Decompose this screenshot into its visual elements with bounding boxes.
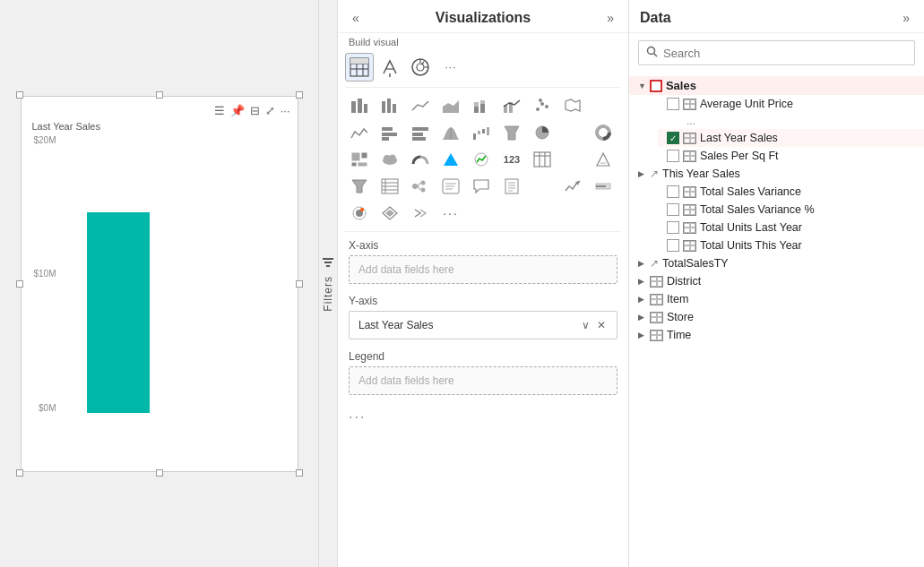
handle-bottom-middle[interactable] xyxy=(156,469,163,477)
y-axis-section: Y-axis Last Year Sales ∨ ✕ xyxy=(338,289,628,345)
viz-icon-sparkline[interactable] xyxy=(345,120,374,145)
viz-icon-chevrons[interactable] xyxy=(406,201,435,226)
viz-icon-paginated[interactable] xyxy=(497,174,526,199)
viz-icon-stacked[interactable] xyxy=(467,93,496,118)
viz-icon-filter2[interactable] xyxy=(345,174,374,199)
avg-unit-price-item[interactable]: Average Unit Price xyxy=(658,95,924,113)
handle-top-right[interactable] xyxy=(296,91,303,99)
viz-icon-ribbon[interactable] xyxy=(436,120,465,145)
viz-icon-area[interactable] xyxy=(436,93,465,118)
viz-icon-map[interactable] xyxy=(558,93,587,118)
viz-icon-speech[interactable] xyxy=(467,174,496,199)
viz-icon-bar2[interactable] xyxy=(376,120,404,145)
handle-middle-right[interactable] xyxy=(296,280,303,288)
viz-icon-bar3[interactable] xyxy=(406,120,435,145)
expand-icon[interactable]: ⤢ xyxy=(265,104,275,117)
sales-per-sq-ft-item[interactable]: Sales Per Sq Ft xyxy=(658,147,924,165)
viz-icon-kpi[interactable] xyxy=(467,147,496,172)
viz-icon-smartnarr[interactable] xyxy=(436,174,465,199)
total-sales-ty-label: TotalSalesTY xyxy=(662,257,729,270)
viz-icon-matrix[interactable] xyxy=(376,174,404,199)
viz-icon-scatter[interactable] xyxy=(528,93,557,118)
total-sales-ty-expand: ▶ xyxy=(638,259,644,268)
total-sales-variance-checkbox[interactable] xyxy=(667,185,679,198)
viz-icon-arrow[interactable] xyxy=(436,147,465,172)
data-expand-btn[interactable]: » xyxy=(899,9,913,27)
total-sales-variance-item[interactable]: Total Sales Variance xyxy=(658,183,924,201)
viz-type-table[interactable] xyxy=(345,53,374,82)
store-header[interactable]: ▶ Store xyxy=(629,308,924,326)
viz-icon-funnel[interactable] xyxy=(497,120,526,145)
total-units-this-year-item[interactable]: Total Units This Year xyxy=(658,236,924,254)
svg-rect-24 xyxy=(474,102,479,107)
viz-icon-goals[interactable] xyxy=(558,174,587,199)
viz-icon-line[interactable] xyxy=(406,93,435,118)
sales-section-header[interactable]: ▼ Sales xyxy=(629,76,924,95)
this-year-sales-label: This Year Sales xyxy=(662,168,740,180)
district-header[interactable]: ▶ District xyxy=(629,272,924,290)
legend-placeholder: Add data fields here xyxy=(358,374,454,387)
filters-strip[interactable]: Filters xyxy=(318,0,338,567)
handle-middle-left[interactable] xyxy=(16,280,23,288)
total-sales-variance-pct-checkbox[interactable] xyxy=(667,203,679,216)
total-units-last-year-item[interactable]: Total Units Last Year xyxy=(658,219,924,236)
filter-icon[interactable]: ⊟ xyxy=(250,104,260,117)
district-label: District xyxy=(667,275,701,288)
viz-expand-btn[interactable]: » xyxy=(603,9,617,27)
pin-icon[interactable]: 📌 xyxy=(230,104,245,117)
more-fields-dots[interactable]: ... xyxy=(338,400,628,427)
table-icon-item xyxy=(650,294,663,305)
viz-icon-more-visuals[interactable]: ··· xyxy=(436,201,465,226)
y-axis-expand-btn[interactable]: ∨ xyxy=(580,319,592,331)
viz-icon-combo[interactable] xyxy=(497,93,526,118)
y-axis-drop-zone[interactable]: Last Year Sales ∨ ✕ xyxy=(349,311,617,339)
viz-icon-column[interactable] xyxy=(376,93,404,118)
sales-checkbox[interactable] xyxy=(650,80,662,92)
x-axis-drop-zone[interactable]: Add data fields here xyxy=(349,255,617,284)
sales-per-sq-ft-checkbox[interactable] xyxy=(667,150,679,162)
viz-icon-table2[interactable] xyxy=(528,147,557,172)
viz-icon-waterfall[interactable] xyxy=(467,120,496,145)
menu-icon[interactable]: ☰ xyxy=(214,104,225,117)
total-sales-variance-label: Total Sales Variance xyxy=(700,185,801,198)
handle-top-middle[interactable] xyxy=(156,91,163,99)
viz-icon-bullet[interactable] xyxy=(589,174,617,199)
time-header[interactable]: ▶ Time xyxy=(629,326,924,344)
viz-icon-pie[interactable] xyxy=(528,120,557,145)
viz-icon-bar[interactable] xyxy=(345,93,374,118)
this-year-sales-header[interactable]: ▶ ↗ This Year Sales xyxy=(629,165,924,183)
handle-top-left[interactable] xyxy=(16,91,23,99)
viz-icon-donut[interactable] xyxy=(589,120,617,145)
total-units-last-year-checkbox[interactable] xyxy=(667,221,679,234)
handle-bottom-right[interactable] xyxy=(296,469,303,477)
viz-icon-treemap[interactable] xyxy=(345,147,374,172)
viz-icon-gauge[interactable] xyxy=(406,147,435,172)
viz-type-format[interactable] xyxy=(376,53,404,82)
viz-icon-variance[interactable] xyxy=(589,147,617,172)
search-input[interactable] xyxy=(663,47,907,60)
viz-icon-number[interactable]: 123 xyxy=(497,147,526,172)
viz-icon-arcgis[interactable] xyxy=(345,201,374,226)
more-icon[interactable]: ··· xyxy=(281,104,290,117)
viz-collapse-btn[interactable]: « xyxy=(349,9,363,27)
total-units-this-year-checkbox[interactable] xyxy=(667,239,679,252)
last-year-sales-checkbox[interactable]: ✓ xyxy=(667,132,679,144)
avg-unit-price-checkbox[interactable] xyxy=(667,98,679,110)
viz-icon-cloud[interactable] xyxy=(376,147,404,172)
viz-icon-diamond[interactable] xyxy=(376,201,404,226)
handle-bottom-left[interactable] xyxy=(16,469,23,477)
viz-type-analytics[interactable] xyxy=(406,53,435,82)
total-sales-ty-header[interactable]: ▶ ↗ TotalSalesTY xyxy=(629,254,924,272)
item-expand: ▶ xyxy=(638,295,644,304)
viz-icon-decomp[interactable] xyxy=(406,174,435,199)
data-panel: Data » ▼ Sales Average Unit Price xyxy=(629,0,924,567)
table-icon-tsvp xyxy=(683,204,696,216)
item-header[interactable]: ▶ Item xyxy=(629,290,924,308)
viz-icon-blank7 xyxy=(528,201,557,226)
svg-rect-85 xyxy=(596,185,606,187)
viz-type-more[interactable]: ··· xyxy=(436,53,465,82)
total-sales-variance-pct-item[interactable]: Total Sales Variance % xyxy=(658,201,924,219)
legend-drop-zone[interactable]: Add data fields here xyxy=(349,366,617,395)
y-axis-remove-btn[interactable]: ✕ xyxy=(595,319,608,331)
last-year-sales-item[interactable]: ✓ Last Year Sales xyxy=(658,129,924,147)
